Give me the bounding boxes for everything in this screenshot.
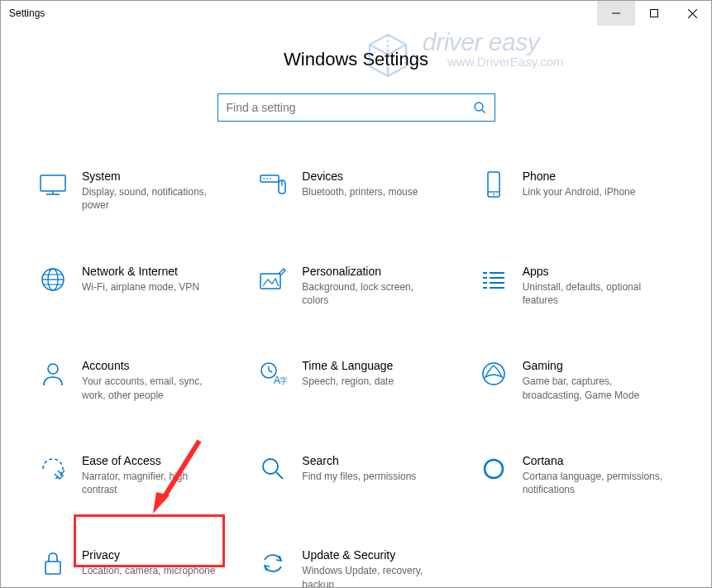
svg-point-16	[493, 194, 495, 195]
svg-line-40	[276, 472, 283, 479]
tile-desc: Find my files, permissions	[302, 470, 416, 483]
svg-point-39	[263, 459, 278, 474]
ease-of-access-icon	[37, 453, 69, 485]
svg-point-41	[485, 460, 503, 478]
settings-grid: System Display, sound, notifications, po…	[1, 167, 711, 588]
tile-time-language[interactable]: A字 Time & Language Speech, region, date	[254, 356, 457, 404]
tile-desc: Display, sound, notifications, power	[82, 185, 222, 212]
tile-desc: Cortana language, permissions, notificat…	[523, 470, 663, 496]
tile-desc: Wi-Fi, airplane mode, VPN	[82, 280, 199, 294]
svg-point-4	[475, 103, 483, 111]
gaming-icon	[478, 358, 509, 390]
page-title: Windows Settings	[1, 49, 711, 70]
apps-icon	[478, 264, 509, 295]
phone-icon	[478, 169, 509, 200]
svg-line-38	[61, 471, 65, 474]
lock-icon	[37, 547, 69, 579]
svg-rect-14	[488, 172, 499, 197]
magnifier-icon	[257, 453, 289, 485]
globe-icon	[37, 264, 69, 295]
tile-accounts[interactable]: Accounts Your accounts, email, sync, wor…	[34, 356, 237, 404]
tile-search[interactable]: Search Find my files, permissions	[254, 452, 457, 499]
search-icon	[473, 101, 486, 114]
personalization-icon	[257, 264, 289, 295]
window-controls	[597, 1, 711, 26]
svg-line-5	[482, 110, 485, 113]
tile-title: Cortana	[523, 453, 663, 468]
search-input[interactable]	[227, 101, 473, 114]
search-container	[1, 93, 711, 122]
tile-desc: Game bar, captures, broadcasting, Game M…	[523, 375, 663, 401]
search-box[interactable]	[217, 93, 495, 122]
tile-desc: Uninstall, defaults, optional features	[523, 280, 663, 307]
tile-desc: Background, lock screen, colors	[302, 280, 442, 307]
tile-title: Accounts	[82, 358, 222, 373]
tile-network[interactable]: Network & Internet Wi-Fi, airplane mode,…	[34, 262, 237, 309]
tile-title: Privacy	[82, 547, 215, 562]
svg-text:字: 字	[280, 376, 287, 385]
tile-title: Gaming	[523, 358, 663, 373]
tile-system[interactable]: System Display, sound, notifications, po…	[34, 167, 237, 214]
tile-desc: Link your Android, iPhone	[523, 185, 636, 198]
tile-title: Network & Internet	[82, 264, 199, 279]
system-icon	[37, 169, 69, 200]
svg-point-31	[48, 364, 58, 374]
svg-rect-1	[651, 10, 658, 17]
tile-personalization[interactable]: Personalization Background, lock screen,…	[254, 262, 457, 309]
tile-title: Apps	[523, 264, 663, 279]
tile-title: Search	[302, 453, 416, 468]
tile-desc: Location, camera, microphone	[82, 564, 215, 577]
update-icon	[257, 547, 289, 579]
tile-desc: Your accounts, email, sync, work, other …	[82, 375, 222, 401]
minimize-button[interactable]	[597, 1, 635, 26]
tile-desc: Bluetooth, printers, mouse	[302, 185, 418, 198]
tile-desc: Narrator, magnifier, high contrast	[82, 470, 222, 496]
tile-title: System	[82, 169, 222, 184]
tile-apps[interactable]: Apps Uninstall, defaults, optional featu…	[475, 262, 678, 309]
tile-desc: Speech, region, date	[302, 375, 394, 388]
tile-cortana[interactable]: Cortana Cortana language, permissions, n…	[475, 452, 678, 499]
svg-rect-6	[41, 175, 65, 191]
tile-title: Phone	[523, 169, 636, 184]
close-button[interactable]	[673, 1, 711, 26]
devices-icon	[257, 169, 289, 200]
tile-title: Personalization	[302, 264, 442, 279]
tile-title: Update & Security	[302, 547, 442, 562]
tile-gaming[interactable]: Gaming Game bar, captures, broadcasting,…	[475, 356, 678, 404]
tile-phone[interactable]: Phone Link your Android, iPhone	[475, 167, 678, 214]
tile-privacy[interactable]: Privacy Location, camera, microphone	[34, 546, 237, 588]
accounts-icon	[37, 358, 69, 390]
tile-title: Devices	[302, 169, 418, 184]
tile-update-security[interactable]: Update & Security Windows Update, recove…	[254, 546, 457, 588]
tile-title: Time & Language	[302, 358, 394, 373]
tile-ease-of-access[interactable]: Ease of Access Narrator, magnifier, high…	[34, 452, 237, 499]
svg-line-34	[269, 370, 272, 372]
titlebar: Settings	[1, 1, 711, 26]
time-language-icon: A字	[257, 358, 289, 390]
cortana-icon	[478, 453, 509, 485]
tile-devices[interactable]: Devices Bluetooth, printers, mouse	[254, 167, 457, 214]
maximize-button[interactable]	[635, 1, 673, 26]
window-title: Settings	[9, 7, 45, 19]
tile-title: Ease of Access	[82, 453, 222, 468]
svg-rect-42	[45, 562, 60, 574]
svg-rect-22	[260, 274, 280, 289]
tile-desc: Windows Update, recovery, backup	[302, 564, 442, 588]
